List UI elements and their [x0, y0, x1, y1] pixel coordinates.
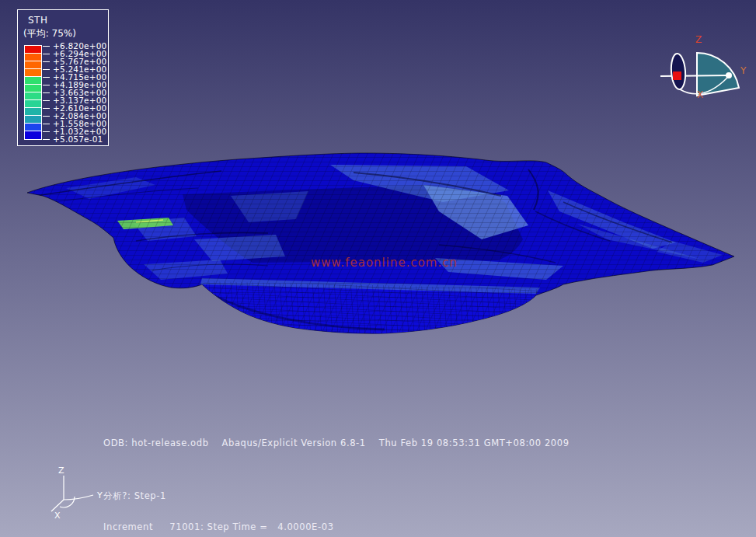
compass-y-end-dot: [726, 72, 732, 78]
legend-color-chip: [25, 100, 41, 108]
legend-color-chip: [25, 108, 41, 116]
legend-title: STH: [28, 15, 47, 26]
triad-x-label: X: [54, 511, 61, 521]
legend-tick: [43, 116, 50, 117]
legend-color-chip: [25, 61, 41, 69]
legend-color-chip: [25, 92, 41, 100]
legend-tick: [43, 92, 50, 93]
compass-x-label: X: [697, 89, 703, 100]
triad-arc: [60, 497, 75, 507]
legend-scale: +6.820e+00+6.294e+00+5.767e+00+5.241e+00…: [25, 46, 107, 140]
compass-origin-marker: [673, 71, 681, 80]
legend-tick: [43, 61, 50, 62]
legend-tick: [43, 131, 50, 132]
legend-averaging-label: (平均: 75%): [23, 27, 76, 40]
step-line: 分析?: Step-1: [103, 491, 334, 501]
legend-color-chip: [25, 46, 41, 54]
compass-z-label: Z: [695, 34, 702, 45]
legend-color-chip: [25, 54, 41, 61]
legend-tick: [43, 100, 50, 101]
compass-y-label: Y: [740, 65, 747, 76]
mesh-surface: www.feaonline.com.cn: [19, 148, 746, 342]
legend-color-chip: [25, 124, 41, 131]
legend-tick: [43, 54, 50, 54]
legend-tick: [43, 77, 50, 78]
odb-title-line: ODB: hot-release.odb Abaqus/Explicit Ver…: [103, 438, 570, 448]
legend-color-chip: [25, 131, 41, 139]
abaqus-viewport[interactable]: { "viewport": { "bg_top": "#353466", "bg…: [0, 0, 756, 537]
deformed-mesh-plot[interactable]: www.feaonline.com.cn: [19, 148, 746, 342]
legend-tick: [43, 46, 50, 47]
legend-color-chip: [25, 85, 41, 92]
legend-tick: [43, 85, 50, 85]
watermark-text: www.feaonline.com.cn: [311, 256, 458, 270]
legend-tick: [43, 124, 50, 124]
view-compass[interactable]: Z Y X: [657, 27, 754, 101]
legend-tick: [43, 139, 50, 140]
legend-color-chip: [25, 116, 41, 124]
state-block: 分析?: Step-1 Increment 71001: Step Time =…: [103, 470, 334, 537]
mesh-grid: [19, 148, 746, 342]
legend-tick-label: +5.057e-01: [53, 135, 103, 143]
legend-tick: [43, 69, 50, 70]
contour-legend: STH (平均: 75%) +6.820e+00+6.294e+00+5.767…: [17, 9, 109, 146]
triad-y-axis: [64, 495, 93, 500]
triad-y-label: Y: [96, 490, 103, 500]
triad-z-label: Z: [58, 466, 64, 476]
legend-color-chip: [25, 69, 41, 77]
coordinate-triad: Z Y X: [43, 462, 113, 521]
triad-x-axis: [51, 500, 64, 511]
legend-color-chip: [25, 77, 41, 85]
increment-line: Increment 71001: Step Time = 4.0000E-03: [103, 522, 334, 532]
legend-tick: [43, 108, 50, 109]
compass-y-axis-line: [660, 75, 729, 76]
